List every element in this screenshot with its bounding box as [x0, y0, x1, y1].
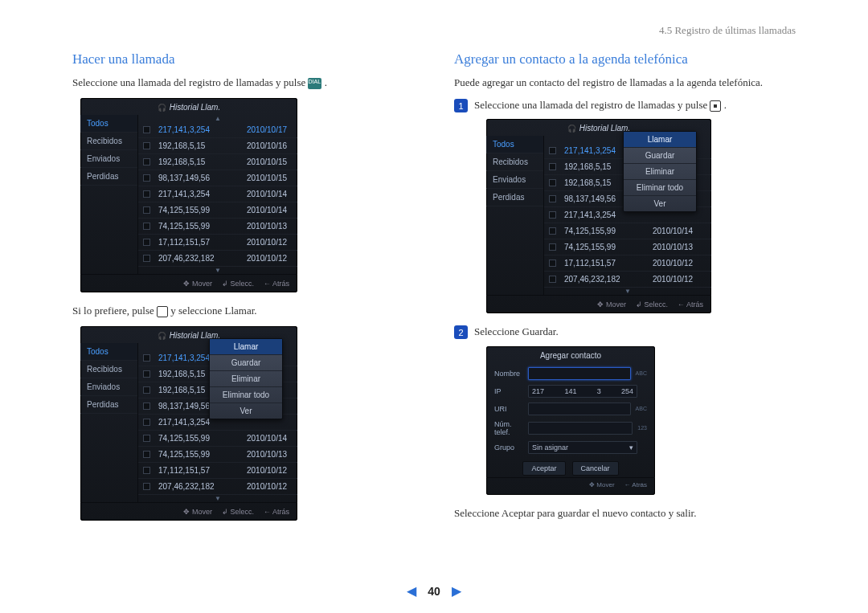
input-ip[interactable]: 217 141 3 254: [528, 385, 637, 398]
checkbox-icon[interactable]: [549, 243, 556, 251]
list-item[interactable]: 17,112,151,572010/10/12: [544, 255, 711, 272]
input-nombre[interactable]: [528, 367, 631, 380]
footer-selecc: ↲ Selecc.: [636, 300, 668, 309]
sidebar-item-perdidas[interactable]: Perdidas: [486, 189, 543, 206]
sidebar-item-todos[interactable]: Todos: [80, 115, 137, 133]
checkbox-icon[interactable]: [143, 190, 150, 198]
checkbox-icon[interactable]: [143, 403, 150, 410]
popup-ver[interactable]: Ver: [624, 196, 696, 211]
call-log-panel-3: Historial Llam. Todos Recibidos Enviados…: [486, 119, 711, 313]
scroll-down-icon[interactable]: ▼: [138, 267, 297, 274]
input-uri[interactable]: [528, 403, 631, 415]
popup-guardar[interactable]: Guardar: [624, 148, 696, 164]
checkbox-icon[interactable]: [143, 255, 150, 262]
list-item[interactable]: 192,168,5,152010/10/16: [138, 138, 297, 154]
checkbox-icon[interactable]: [143, 158, 150, 166]
checkbox-icon[interactable]: [143, 419, 150, 426]
footer-atras: ← Atrás: [624, 481, 647, 488]
ip-seg: 141: [564, 387, 576, 395]
checkbox-icon[interactable]: [549, 276, 556, 283]
list-item[interactable]: 74,125,155,992010/10/13: [138, 447, 297, 463]
list-item[interactable]: 74,125,155,992010/10/14: [138, 202, 297, 219]
date-cell: 2010/10/12: [247, 254, 287, 263]
sidebar-item-todos[interactable]: Todos: [486, 136, 543, 153]
list-item[interactable]: 98,137,149,562010/10/15: [138, 170, 297, 186]
scroll-down-icon[interactable]: ▼: [138, 495, 297, 502]
date-cell: 2010/10/12: [653, 275, 693, 284]
list-item[interactable]: 74,125,155,992010/10/13: [138, 219, 297, 235]
checkbox-icon[interactable]: [143, 483, 150, 490]
checkbox-icon[interactable]: [143, 354, 150, 362]
checkbox-icon[interactable]: [549, 211, 556, 219]
checkbox-icon[interactable]: [549, 163, 556, 170]
popup-eliminar-todo[interactable]: Eliminar todo: [624, 180, 696, 196]
left-alt: Si lo prefiere, pulse y seleccione Llama…: [72, 304, 414, 318]
dial-icon: DIAL: [308, 78, 321, 89]
sidebar-item-enviados[interactable]: Enviados: [486, 171, 543, 189]
popup-guardar[interactable]: Guardar: [210, 355, 282, 371]
checkbox-icon[interactable]: [143, 435, 150, 442]
popup-eliminar-todo[interactable]: Eliminar todo: [210, 387, 282, 403]
footer-atras: ← Atrás: [264, 280, 289, 288]
sidebar-item-enviados[interactable]: Enviados: [80, 378, 137, 396]
list-item[interactable]: 207,46,232,1822010/10/12: [138, 251, 297, 267]
list-item[interactable]: 74,125,155,992010/10/14: [138, 431, 297, 447]
aceptar-button[interactable]: Aceptar: [522, 461, 565, 476]
checkbox-icon[interactable]: [143, 223, 150, 230]
checkbox-icon[interactable]: [143, 142, 150, 149]
checkbox-icon[interactable]: [143, 386, 150, 394]
left-intro-text-b: .: [325, 76, 327, 88]
input-num[interactable]: [528, 422, 633, 435]
list-item[interactable]: 17,112,151,572010/10/12: [138, 235, 297, 251]
scroll-down-icon[interactable]: ▼: [544, 288, 711, 295]
popup-llamar[interactable]: Llamar: [624, 132, 696, 148]
list-item[interactable]: 217,141,3,2542010/10/17: [138, 122, 297, 138]
list-item[interactable]: 217,141,3,2542010/10/14: [138, 186, 297, 202]
list-item[interactable]: 207,46,232,1822010/10/12: [544, 272, 711, 288]
date-cell: 2010/10/15: [247, 157, 287, 166]
date-cell: 2010/10/12: [247, 466, 287, 475]
checkbox-icon[interactable]: [143, 239, 150, 246]
step-2-text: Seleccione Guardar.: [474, 325, 559, 339]
sidebar-item-recibidos[interactable]: Recibidos: [80, 361, 137, 378]
sidebar-item-perdidas[interactable]: Perdidas: [80, 168, 137, 186]
checkbox-icon[interactable]: [143, 467, 150, 474]
checkbox-icon[interactable]: [549, 260, 556, 267]
checkbox-icon[interactable]: [549, 195, 556, 202]
checkbox-icon[interactable]: [549, 227, 556, 235]
checkbox-icon[interactable]: [549, 147, 556, 154]
footer-atras: ← Atrás: [678, 300, 703, 309]
list-item[interactable]: 17,112,151,572010/10/12: [138, 463, 297, 479]
checkbox-icon[interactable]: [549, 179, 556, 186]
checkbox-icon[interactable]: [143, 451, 150, 458]
popup-llamar[interactable]: Llamar: [210, 339, 282, 355]
popup-ver[interactable]: Ver: [210, 403, 282, 419]
ip-cell: 217,141,3,254: [158, 418, 247, 427]
field-uri: URI ABC: [486, 400, 655, 418]
sidebar-item-recibidos[interactable]: Recibidos: [486, 153, 543, 171]
select-grupo[interactable]: Sin asignar▾: [528, 441, 637, 454]
checkbox-icon[interactable]: [143, 126, 150, 133]
left-column: Hacer una llamada Seleccione una llamada…: [72, 51, 414, 532]
next-page-icon[interactable]: ▶: [452, 583, 461, 599]
popup-eliminar[interactable]: Eliminar: [624, 164, 696, 180]
cancelar-button[interactable]: Cancelar: [572, 461, 619, 476]
popup-eliminar[interactable]: Eliminar: [210, 371, 282, 387]
panel1-sidebar: Todos Recibidos Enviados Perdidas: [80, 115, 138, 274]
sidebar-item-perdidas[interactable]: Perdidas: [80, 396, 137, 414]
field-num: Núm. telef. 123: [486, 418, 655, 439]
panel2-sidebar: Todos Recibidos Enviados Perdidas: [80, 343, 138, 502]
date-cell: 2010/10/16: [247, 141, 287, 150]
list-item[interactable]: 74,125,155,992010/10/13: [544, 239, 711, 255]
list-item[interactable]: 192,168,5,152010/10/15: [138, 154, 297, 170]
scroll-up-icon[interactable]: ▲: [138, 115, 297, 122]
list-item[interactable]: 207,46,232,1822010/10/12: [138, 479, 297, 495]
sidebar-item-recibidos[interactable]: Recibidos: [80, 133, 137, 150]
list-item[interactable]: 74,125,155,992010/10/14: [544, 223, 711, 239]
checkbox-icon[interactable]: [143, 370, 150, 378]
checkbox-icon[interactable]: [143, 206, 150, 214]
checkbox-icon[interactable]: [143, 174, 150, 182]
prev-page-icon[interactable]: ◀: [407, 583, 416, 599]
sidebar-item-todos[interactable]: Todos: [80, 343, 137, 361]
sidebar-item-enviados[interactable]: Enviados: [80, 150, 137, 168]
